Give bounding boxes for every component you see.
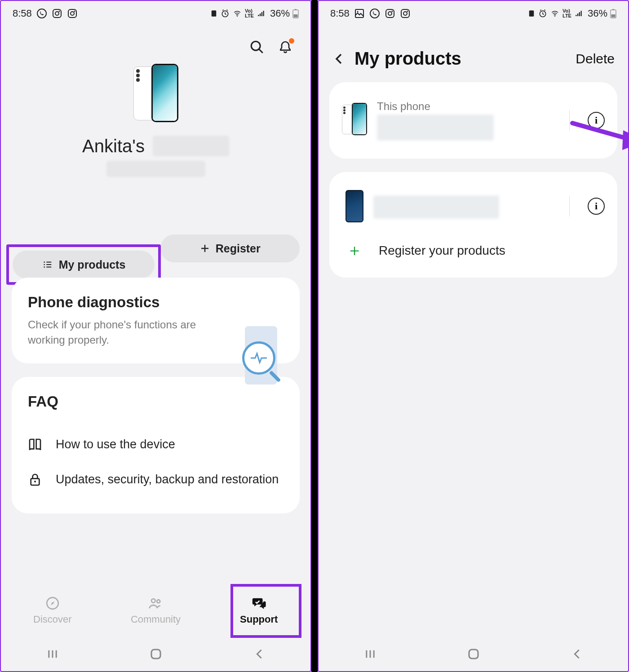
faq-item-how-to-use[interactable]: How to use the device xyxy=(28,427,283,462)
register-products-row[interactable]: ＋ Register your products xyxy=(342,229,605,266)
image-icon xyxy=(354,8,365,19)
register-products-label: Register your products xyxy=(379,243,505,258)
status-bar: 8:58 Vo)LTE 36% xyxy=(1,1,310,26)
divider xyxy=(569,110,570,131)
nav-discover[interactable]: Discover xyxy=(1,586,104,635)
back-button[interactable] xyxy=(571,648,583,660)
plus-icon xyxy=(199,243,210,254)
screenshot-my-products-screen: 8:58 Vo)LTE 36% My products Delete xyxy=(318,0,629,672)
volte-icon: Vo)LTE xyxy=(245,9,254,18)
faq-item-updates-security[interactable]: Updates, security, backup and restoratio… xyxy=(28,462,283,497)
svg-rect-7 xyxy=(212,10,217,17)
svg-rect-36 xyxy=(612,9,614,10)
wifi-icon xyxy=(232,9,242,18)
my-products-button[interactable]: My products xyxy=(13,251,155,279)
signal-icon xyxy=(574,9,583,18)
my-products-label: My products xyxy=(59,258,126,271)
svg-point-24 xyxy=(357,11,358,13)
search-icon[interactable] xyxy=(249,40,265,55)
svg-point-15 xyxy=(44,264,45,265)
device-thumbnail xyxy=(342,103,367,138)
back-icon[interactable] xyxy=(332,52,346,66)
volte-icon: Vo)LTE xyxy=(563,9,571,18)
svg-point-34 xyxy=(554,16,555,17)
battery-percent: 36% xyxy=(588,8,607,19)
diagnostics-title: Phone diagnostics xyxy=(28,294,283,311)
svg-rect-1 xyxy=(53,9,61,18)
diagnostics-subtitle: Check if your phone's functions are work… xyxy=(28,317,208,347)
highlight-support-tab xyxy=(230,584,301,638)
home-button[interactable] xyxy=(467,647,480,661)
svg-rect-22 xyxy=(151,650,160,659)
product-row[interactable]: i xyxy=(342,184,605,229)
recents-button[interactable] xyxy=(46,648,59,660)
book-icon xyxy=(28,438,42,452)
status-time: 8:58 xyxy=(330,8,350,19)
svg-point-13 xyxy=(251,41,260,50)
redacted-text xyxy=(153,136,229,156)
product-label: This phone xyxy=(377,100,551,113)
svg-point-25 xyxy=(370,9,379,18)
alarm-icon xyxy=(221,9,230,18)
status-time: 8:58 xyxy=(13,8,32,19)
owner-name-prefix: Ankita's xyxy=(82,136,145,156)
signal-icon xyxy=(257,9,266,18)
svg-point-3 xyxy=(58,11,60,12)
list-icon xyxy=(42,260,53,270)
svg-point-27 xyxy=(388,12,392,15)
battery-saver-icon xyxy=(210,9,218,18)
instagram-icon xyxy=(400,8,411,19)
svg-rect-29 xyxy=(401,9,409,18)
svg-point-31 xyxy=(407,11,408,12)
faq-card: FAQ How to use the device Updates, secur… xyxy=(12,377,300,513)
svg-point-6 xyxy=(74,11,75,12)
svg-rect-11 xyxy=(295,9,297,10)
svg-point-18 xyxy=(34,481,36,482)
page-title: My products xyxy=(354,49,567,69)
home-button[interactable] xyxy=(149,647,163,661)
svg-point-16 xyxy=(44,266,45,268)
product-card-this-phone[interactable]: This phone i xyxy=(329,82,617,159)
faq-item-label: Updates, security, backup and restoratio… xyxy=(56,471,279,488)
nav-community[interactable]: Community xyxy=(104,586,208,635)
redacted-text xyxy=(106,161,205,177)
battery-saver-icon xyxy=(527,9,536,18)
svg-point-5 xyxy=(71,12,74,15)
plus-icon: ＋ xyxy=(346,239,363,261)
svg-rect-37 xyxy=(611,14,616,18)
faq-item-label: How to use the device xyxy=(56,436,175,453)
svg-rect-26 xyxy=(386,9,394,18)
svg-point-9 xyxy=(237,16,238,17)
screenshot-support-screen: 8:58 Vo)LTE 36% Ankita' xyxy=(0,0,311,672)
svg-rect-38 xyxy=(469,650,478,659)
system-nav-bar xyxy=(1,637,310,671)
battery-icon xyxy=(610,9,616,18)
redacted-text xyxy=(377,115,494,141)
system-nav-bar xyxy=(319,637,628,671)
product-card-other: i ＋ Register your products xyxy=(329,172,617,278)
svg-point-0 xyxy=(37,9,46,18)
whatsapp-icon xyxy=(36,8,47,19)
wifi-icon xyxy=(550,9,560,18)
diagnostics-icon xyxy=(239,326,283,389)
notifications-button[interactable] xyxy=(278,40,292,54)
svg-rect-12 xyxy=(294,14,298,18)
lock-icon xyxy=(28,473,42,487)
svg-point-30 xyxy=(403,12,407,15)
svg-point-28 xyxy=(391,11,393,12)
recents-button[interactable] xyxy=(364,648,377,660)
back-button[interactable] xyxy=(253,648,266,660)
device-hero: Ankita's xyxy=(1,64,310,177)
nav-label: Discover xyxy=(33,614,72,625)
instagram-icon xyxy=(52,8,62,19)
info-button[interactable]: i xyxy=(588,112,605,129)
instagram-icon xyxy=(385,8,395,19)
faq-title: FAQ xyxy=(28,393,283,410)
notification-dot-icon xyxy=(289,38,294,44)
alarm-icon xyxy=(538,9,547,18)
instagram-icon xyxy=(67,8,78,19)
register-button[interactable]: Register xyxy=(160,234,300,262)
svg-point-21 xyxy=(157,600,160,603)
delete-button[interactable]: Delete xyxy=(576,51,615,66)
info-button[interactable]: i xyxy=(588,198,605,215)
